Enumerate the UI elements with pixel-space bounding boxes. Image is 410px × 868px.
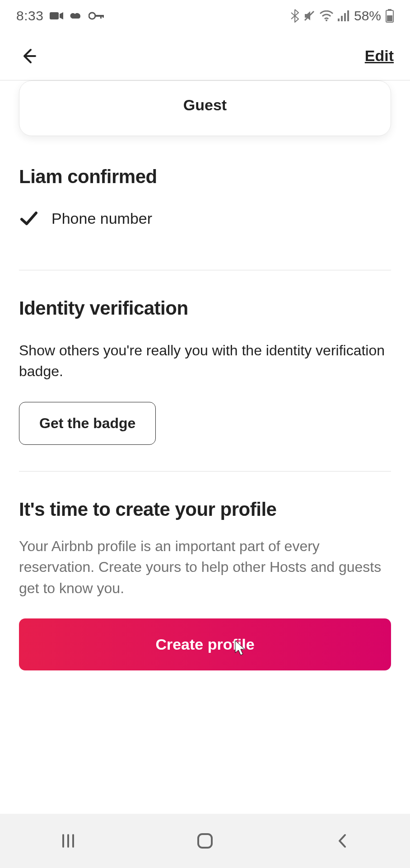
battery-icon xyxy=(386,9,394,23)
svg-rect-2 xyxy=(95,15,103,17)
chevron-left-icon xyxy=(336,832,348,849)
video-icon xyxy=(50,11,63,20)
role-label: Guest xyxy=(183,96,227,113)
back-system-button[interactable] xyxy=(315,823,369,859)
main-content: Guest Liam confirmed Phone number Identi… xyxy=(0,80,410,761)
svg-rect-9 xyxy=(344,13,346,21)
svg-rect-3 xyxy=(100,15,102,19)
svg-point-1 xyxy=(89,13,95,19)
create-body: Your Airbnb profile is an important part… xyxy=(19,536,391,599)
recents-button[interactable] xyxy=(41,823,95,859)
divider xyxy=(19,471,391,472)
create-profile-label: Create profile xyxy=(155,636,254,653)
back-button[interactable] xyxy=(16,43,42,69)
edit-link[interactable]: Edit xyxy=(365,47,394,65)
identity-title: Identity verification xyxy=(19,297,391,319)
wifi-icon xyxy=(320,10,333,21)
status-left: 8:33 xyxy=(16,8,104,24)
create-profile-section: It's time to create your profile Your Ai… xyxy=(19,499,391,670)
signal-icon xyxy=(338,10,349,21)
confirmed-item-label: Phone number xyxy=(51,210,152,227)
role-card[interactable]: Guest xyxy=(19,80,391,136)
divider xyxy=(19,270,391,270)
home-icon xyxy=(196,832,214,849)
status-right: 58% xyxy=(291,8,394,24)
identity-verification-section: Identity verification Show others you're… xyxy=(19,297,391,455)
svg-point-6 xyxy=(326,19,327,21)
app-header: Edit xyxy=(0,32,410,80)
bluetooth-icon xyxy=(291,9,299,23)
status-time: 8:33 xyxy=(16,8,43,24)
confirmed-item: Phone number xyxy=(19,208,391,254)
create-title: It's time to create your profile xyxy=(19,499,391,520)
svg-rect-13 xyxy=(387,15,392,21)
svg-rect-10 xyxy=(347,10,349,21)
check-icon xyxy=(19,208,39,228)
home-button[interactable] xyxy=(178,823,232,859)
identity-body: Show others you're really you with the i… xyxy=(19,340,391,382)
svg-rect-0 xyxy=(50,12,59,19)
svg-rect-4 xyxy=(102,15,104,18)
arrow-left-icon xyxy=(20,47,38,65)
bottom-spacer xyxy=(19,670,391,734)
recents-icon xyxy=(61,833,76,849)
mute-icon xyxy=(303,10,315,22)
battery-percent: 58% xyxy=(354,8,381,24)
get-badge-button[interactable]: Get the badge xyxy=(19,402,156,445)
svg-rect-7 xyxy=(338,19,340,21)
cloud-icon xyxy=(70,11,82,20)
create-profile-button[interactable]: Create profile xyxy=(19,618,391,670)
svg-rect-17 xyxy=(198,834,212,848)
confirmed-title: Liam confirmed xyxy=(19,166,391,188)
vpn-key-icon xyxy=(89,12,104,20)
status-bar: 8:33 58% xyxy=(0,0,410,32)
svg-rect-8 xyxy=(341,16,343,21)
system-nav-bar xyxy=(0,814,410,868)
